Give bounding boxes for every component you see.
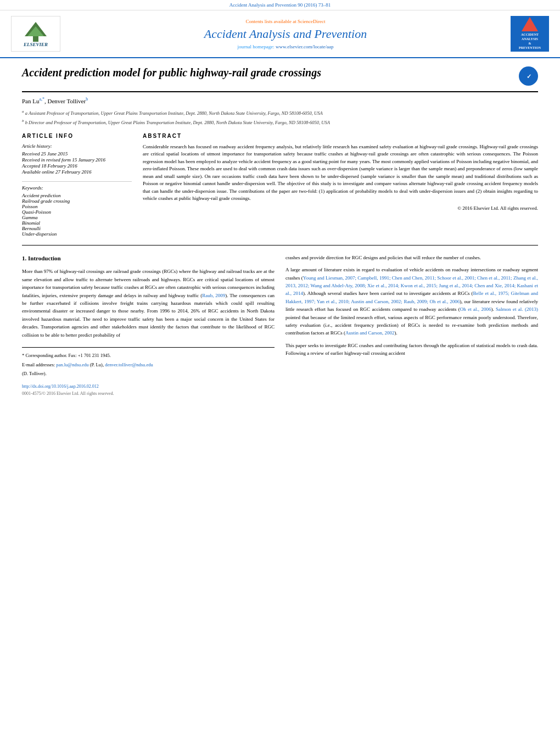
svg-rect-0 <box>33 36 38 42</box>
intro-para-4: This paper seeks to investigate RGC cras… <box>285 342 538 358</box>
article-info-panel: ARTICLE INFO Article history: Received 2… <box>22 133 132 237</box>
left-column: 1. Introduction More than 97% of highway… <box>22 254 275 397</box>
keyword-6: Binomial <box>22 220 132 226</box>
info-divider <box>22 181 132 182</box>
footer-issn: 0001-4575/© 2016 Elsevier Ltd. All right… <box>22 390 275 398</box>
email1-link[interactable]: pan.lu@ndsu.edu <box>56 362 88 367</box>
elsevier-brand-text: ELSEVIER <box>24 42 48 47</box>
article-info-heading: ARTICLE INFO <box>22 133 132 139</box>
email2-person: (D. Tolliver). <box>22 370 275 378</box>
ref-oh[interactable]: Oh et al., 2006 <box>460 306 491 312</box>
homepage-url[interactable]: www.elsevier.com/locate/aap <box>276 44 333 49</box>
paper-title: Accident prediction model for public hig… <box>22 66 513 79</box>
paper-title-section: Accident prediction model for public hig… <box>22 66 538 92</box>
keyword-2: Railroad grade crossing <box>22 198 132 204</box>
corresponding-author-note: * Corresponding author. Fax: +1 701 231 … <box>22 352 275 360</box>
main-body: 1. Introduction More than 97% of highway… <box>22 254 538 397</box>
ref-raub-2009[interactable]: Raub, 2009 <box>202 293 225 298</box>
history-label: Article history: <box>22 143 132 149</box>
introduction-heading: 1. Introduction <box>22 254 275 264</box>
keyword-8: Under-dispersion <box>22 231 132 237</box>
abstract-text: Considerable research has focused on roa… <box>143 143 538 203</box>
paper-content: Accident prediction model for public hig… <box>0 58 560 405</box>
elsevier-tree-svg <box>16 21 55 42</box>
affiliation-b: b b Director and Professor of Transporta… <box>22 118 538 126</box>
accepted-date: Accepted 18 February 2016 <box>22 163 132 169</box>
keyword-1: Accident prediction <box>22 193 132 198</box>
logo-text: ACCIDENTANALYSIS&PREVENTION <box>519 33 541 50</box>
affiliation-a: a a Assistant Professor of Transportatio… <box>22 109 538 117</box>
homepage-link: journal homepage: www.elsevier.com/locat… <box>66 44 505 49</box>
ref-belle[interactable]: Belle et al., 1975; Gitelman and Hakkert… <box>285 291 538 304</box>
journal-citation: Accident Analysis and Prevention 90 (201… <box>229 2 331 8</box>
affiliations: a a Assistant Professor of Transportatio… <box>22 109 538 126</box>
keywords-label: Keywords: <box>22 185 132 191</box>
crossmark-icon: ✓ <box>523 71 534 82</box>
received-revised-date: Received in revised form 15 January 2016 <box>22 157 132 163</box>
sciencedirect-label[interactable]: ScienceDirect <box>298 19 325 24</box>
journal-title-header: Accident Analysis and Prevention <box>66 27 505 41</box>
crossmark-badge: ✓ <box>519 66 538 86</box>
section-number: 1. <box>22 255 26 261</box>
intro-para-2: crashes and provide direction for RGC de… <box>285 254 538 261</box>
available-date: Available online 27 February 2016 <box>22 169 132 175</box>
keyword-7: Bernoulli <box>22 226 132 231</box>
article-history: Article history: Received 25 June 2015 R… <box>22 143 132 175</box>
svg-text:✓: ✓ <box>526 73 531 80</box>
intro-para-1: More than 97% of highway-rail crossings … <box>22 267 275 339</box>
ref-salmon[interactable]: Salmon et al. (2013) <box>496 306 538 312</box>
authors-line: Pan Lua,*, Denver Tolliverb <box>22 97 538 104</box>
intro-para-3: A large amount of literature exists in r… <box>285 266 538 337</box>
email-label: E-mail addresses: <box>22 362 55 367</box>
logo-triangle-icon <box>522 17 538 31</box>
abstract-section: ABSTRACT Considerable research has focus… <box>143 133 538 237</box>
footnote-section: * Corresponding author. Fax: +1 701 231 … <box>22 347 275 378</box>
journal-logo-box: ACCIDENTANALYSIS&PREVENTION <box>511 16 549 52</box>
keyword-3: Poisson <box>22 204 132 209</box>
elsevier-logo: ELSEVIER <box>11 16 60 52</box>
doi-link[interactable]: http://dx.doi.org/10.1016/j.aap.2016.02.… <box>22 384 99 389</box>
journal-header: ELSEVIER Contents lists available at Sci… <box>0 10 560 58</box>
email2-link[interactable]: denver.tolliver@ndsu.edu <box>105 362 153 367</box>
sciencedirect-link: Contents lists available at ScienceDirec… <box>66 19 505 24</box>
keywords-section: Keywords: Accident prediction Railroad g… <box>22 185 132 237</box>
email1-person: (P. Lu), <box>90 362 104 367</box>
journal-center: Contents lists available at ScienceDirec… <box>66 19 505 49</box>
right-column: crashes and provide direction for RGC de… <box>285 254 538 397</box>
footer-doi: http://dx.doi.org/10.1016/j.aap.2016.02.… <box>22 383 275 390</box>
ref-austin-carson[interactable]: Austin and Carson, 2002 <box>345 330 395 336</box>
top-bar: Accident Analysis and Prevention 90 (201… <box>0 0 560 10</box>
keyword-5: Gamma <box>22 215 132 220</box>
keyword-4: Quasi-Poisson <box>22 209 132 215</box>
abstract-heading: ABSTRACT <box>143 133 538 139</box>
received-date: Received 25 June 2015 <box>22 151 132 157</box>
article-columns: ARTICLE INFO Article history: Received 2… <box>22 133 538 246</box>
email-addresses: E-mail addresses: pan.lu@ndsu.edu (P. Lu… <box>22 361 275 369</box>
copyright-notice: © 2016 Elsevier Ltd. All rights reserved… <box>143 205 538 211</box>
section-title: Introduction <box>28 255 61 261</box>
